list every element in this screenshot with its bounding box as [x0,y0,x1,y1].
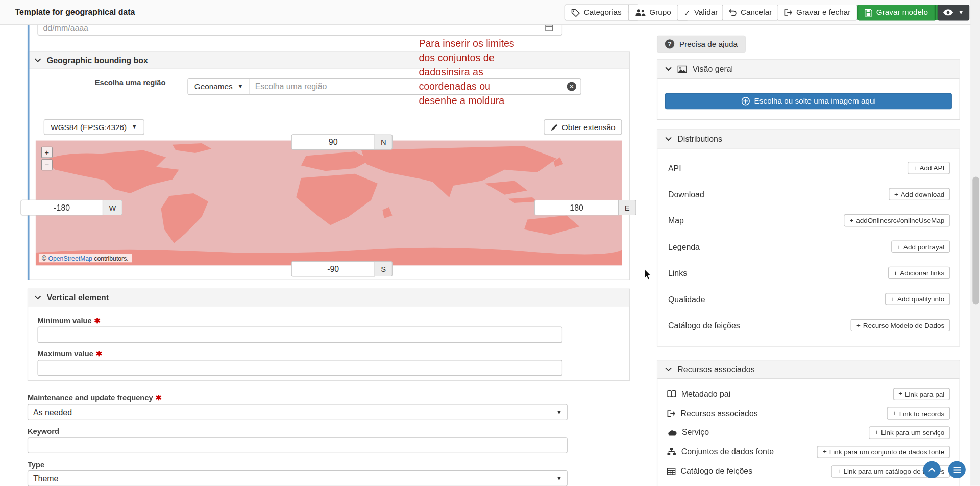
distribution-label: Catálogo de feições [667,321,740,330]
south-input[interactable] [291,261,375,277]
check-icon: ✓ [684,8,691,17]
plus-icon: + [891,296,895,302]
add-quality-button[interactable]: +Add quality info [885,293,950,305]
distribution-row-feature-catalog: Catálogo de feições +Recurso Modelo de D… [667,312,950,338]
distribution-label: Links [667,268,688,277]
menu-fab-button[interactable] [948,461,966,478]
question-icon: ? [665,39,674,48]
bounding-box-title: Geographic bounding box [47,56,148,65]
scrollbar-thumb[interactable] [972,177,979,305]
region-source-dropdown[interactable]: Geonames▼ [187,78,250,95]
clear-region-icon[interactable]: ✕ [567,82,576,91]
link-records-button[interactable]: +Link to records [887,407,950,419]
validate-button[interactable]: ✓ Validar [677,5,725,21]
west-input[interactable] [20,200,103,216]
bounding-box-header[interactable]: Geographic bounding box [28,52,629,69]
distributions-header[interactable]: Distributions [657,130,959,149]
scrollbar-track[interactable] [971,0,980,486]
visibility-button[interactable]: ▼ [938,5,969,21]
associated-label: Conjuntos de dados fonte [681,447,774,456]
maximum-value-input[interactable] [37,360,562,376]
save-and-close-button[interactable]: Gravar e fechar [777,5,857,21]
west-addon: W [103,200,122,216]
chevron-down-icon [665,367,672,372]
associated-row-service: Serviço +Link para um serviço [667,423,950,442]
distribution-label: Qualidade [667,294,705,303]
associated-label: Catálogo de feições [680,467,752,476]
required-asterisk: ✱ [156,393,162,402]
save-template-button[interactable]: Gravar modelo [857,5,935,21]
page-title: Template for geographical data [15,8,135,17]
sign-out-icon [667,410,676,417]
plus-icon: + [874,429,878,436]
link-source-dataset-button[interactable]: +Link para um conjunto de dados fonte [817,446,950,458]
distribution-row-download: Download +Add download [667,181,950,207]
distribution-row-legend: Legenda +Add portrayal [667,234,950,260]
minimum-value-input[interactable] [37,326,562,343]
eye-icon [943,9,953,15]
associated-label: Recursos associados [680,408,757,418]
distributions-panel: Distributions API +Add API Download +Add… [657,129,960,346]
openstreetmap-link[interactable]: OpenStreetMap [48,255,92,262]
associated-resources-header[interactable]: Recursos associados [657,361,959,379]
type-select[interactable]: Theme▼ [28,470,568,486]
chevron-down-icon [34,295,41,300]
scroll-to-top-button[interactable] [923,461,941,478]
get-extent-button[interactable]: Obter extensão [544,119,622,135]
vertical-element-header[interactable]: Vertical element [28,289,629,306]
west-coordinate-group: W [20,200,122,216]
plus-icon: + [913,165,917,171]
zoom-in-button[interactable]: + [41,147,53,158]
distribution-row-quality: Qualidade +Add quality info [667,286,950,312]
mouse-cursor [644,269,652,284]
crs-dropdown[interactable]: WGS84 (EPSG:4326)▼ [44,119,144,135]
north-addon: N [375,134,393,150]
cloud-icon [667,429,677,436]
map-attribution: © OpenStreetMap contributors. [39,254,132,262]
keyword-input[interactable] [28,437,568,453]
distribution-label: Legenda [667,242,700,251]
overview-title: Visão geral [693,64,733,73]
overview-header[interactable]: Visão geral [657,60,959,79]
south-addon: S [375,261,393,277]
zoom-out-button[interactable]: − [41,159,53,170]
sitemap-icon [667,448,676,456]
vertical-element-title: Vertical element [47,293,109,302]
plus-icon: + [898,390,902,397]
pencil-icon [551,123,558,131]
attribution-suffix: contributors. [94,255,128,262]
tags-icon [571,9,580,17]
region-label: Escolha uma região [87,78,165,87]
maintenance-select[interactable]: As needed▼ [28,404,568,420]
editor-page: Geographic bounding box Escolha uma regi… [0,0,980,486]
app-viewport: Geographic bounding box Escolha uma regi… [0,0,980,486]
associated-label: Serviço [682,428,709,437]
bbox-help-annotation: Para inserir os limites dos conjuntos de… [419,36,524,108]
chevron-up-icon [928,468,936,472]
distributions-title: Distributions [677,134,722,143]
add-map-online-button[interactable]: +addOnlinesrc#onlineUseMap [844,214,950,226]
add-download-button[interactable]: +Add download [889,188,950,200]
required-asterisk: ✱ [96,350,102,359]
add-api-button[interactable]: +Add API [908,162,950,174]
add-links-button[interactable]: +Adicionar links [888,267,950,279]
save-template-split-button: Gravar modelo ▼ [857,5,947,21]
north-input[interactable] [291,134,375,150]
plus-icon: + [849,217,853,224]
help-button[interactable]: ? Precisa de ajuda [657,36,746,53]
choose-image-button[interactable]: Escolha ou solte uma imagem aqui [665,93,952,109]
plus-icon: + [894,191,898,197]
distribution-row-map: Map +addOnlinesrc#onlineUseMap [667,208,950,234]
hamburger-icon [953,466,961,473]
plus-icon: + [823,448,827,455]
distribution-label: Download [667,190,704,199]
add-portrayal-button[interactable]: +Add portrayal [891,240,950,252]
region-search-input[interactable] [250,78,581,95]
east-input[interactable] [534,200,619,216]
cancel-button[interactable]: Cancelar [722,5,778,21]
associated-row-records: Recursos associados +Link to records [667,403,950,423]
link-service-button[interactable]: +Link para um serviço [869,426,950,439]
link-parent-button[interactable]: +Link para pai [893,388,950,400]
associated-row-feature-catalog: Catálogo de feições +Link para um catálo… [667,462,950,481]
add-feature-catalog-button[interactable]: +Recurso Modelo de Dados [851,319,950,331]
